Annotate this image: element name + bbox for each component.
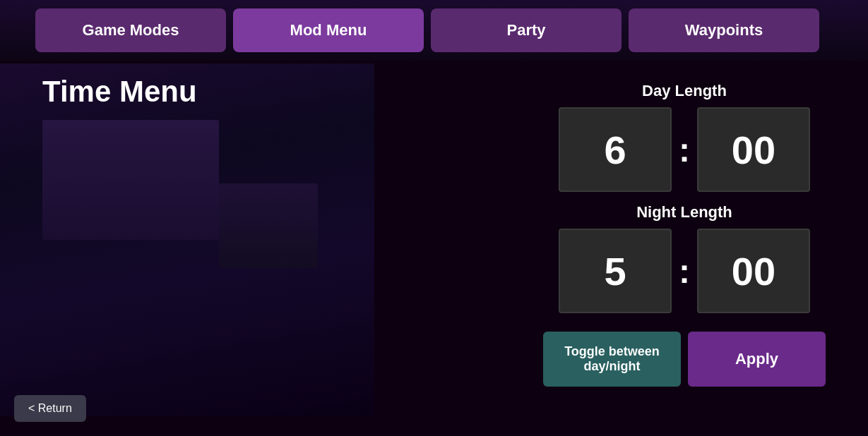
night-minutes-input[interactable]: 00 xyxy=(697,229,810,313)
night-length-label: Night Length xyxy=(636,203,732,222)
tab-mod-menu[interactable]: Mod Menu xyxy=(233,8,424,52)
night-length-section: Night Length 5 : 00 xyxy=(543,203,826,313)
day-length-section: Day Length 6 : 00 xyxy=(543,82,826,192)
day-length-label: Day Length xyxy=(642,82,727,100)
night-colon-separator: : xyxy=(676,252,693,291)
tab-waypoints[interactable]: Waypoints xyxy=(629,8,819,52)
action-buttons: Toggle between day/night Apply xyxy=(543,332,826,387)
night-length-display: 5 : 00 xyxy=(559,229,810,313)
tab-game-modes[interactable]: Game Modes xyxy=(35,8,226,52)
navigation-bar: Game Modes Mod Menu Party Waypoints xyxy=(0,0,868,61)
day-hours-input[interactable]: 6 xyxy=(559,107,672,192)
apply-button[interactable]: Apply xyxy=(688,332,826,387)
main-content: Time Menu Day Length 6 : 00 Night Length… xyxy=(0,61,868,433)
night-hours-input[interactable]: 5 xyxy=(559,229,672,313)
left-panel: Time Menu xyxy=(42,75,543,419)
day-colon-separator: : xyxy=(676,131,693,169)
tab-party[interactable]: Party xyxy=(431,8,622,52)
day-minutes-input[interactable]: 00 xyxy=(697,107,810,192)
day-length-display: 6 : 00 xyxy=(559,107,810,192)
page-title: Time Menu xyxy=(42,75,543,109)
toggle-day-night-button[interactable]: Toggle between day/night xyxy=(543,332,681,387)
right-panel: Day Length 6 : 00 Night Length 5 : 00 To… xyxy=(543,75,826,419)
return-button[interactable]: < Return xyxy=(14,395,86,422)
